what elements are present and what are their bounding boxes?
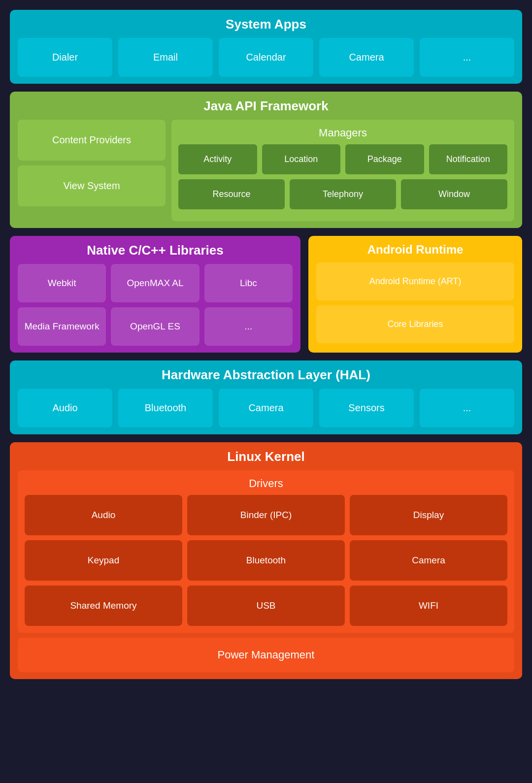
native-media-framework: Media Framework [18, 307, 106, 346]
drivers-section: Drivers Audio Binder (IPC) Display Keypa… [18, 470, 514, 633]
java-api-title: Java API Framework [18, 98, 514, 114]
manager-telephony: Telephony [290, 179, 396, 209]
app-dialer: Dialer [18, 38, 112, 77]
linux-kernel-layer: Linux Kernel Drivers Audio Binder (IPC) … [10, 442, 522, 679]
native-more: ... [204, 307, 293, 346]
drivers-title: Drivers [25, 477, 507, 490]
driver-bluetooth: Bluetooth [187, 540, 345, 581]
system-apps-title: System Apps [18, 17, 514, 32]
system-apps-layer: System Apps Dialer Email Calendar Camera… [10, 10, 522, 84]
power-management-box: Power Management [18, 638, 514, 672]
app-camera: Camera [319, 38, 414, 77]
manager-resource: Resource [178, 179, 285, 209]
managers-title: Managers [178, 127, 507, 139]
hal-grid: Audio Bluetooth Camera Sensors ... [18, 389, 514, 427]
system-apps-grid: Dialer Email Calendar Camera ... [18, 38, 514, 77]
java-api-layer: Java API Framework Content Providers Vie… [10, 92, 522, 228]
native-libs-title: Native C/C++ Libraries [18, 243, 293, 258]
linux-kernel-title: Linux Kernel [18, 449, 514, 464]
driver-usb: USB [187, 586, 345, 626]
app-calendar: Calendar [219, 38, 313, 77]
manager-activity: Activity [178, 144, 257, 174]
driver-audio: Audio [25, 495, 182, 535]
managers-row-2: Resource Telephony Window [178, 179, 507, 209]
native-runtime-row: Native C/C++ Libraries Webkit OpenMAX AL… [10, 236, 522, 353]
native-opengl: OpenGL ES [111, 307, 199, 346]
driver-keypad: Keypad [25, 540, 182, 581]
managers-section: Managers Activity Location Package Notif… [171, 120, 514, 221]
java-api-inner: Content Providers View System Managers A… [18, 120, 514, 221]
hal-bluetooth: Bluetooth [118, 389, 213, 427]
content-providers-box: Content Providers [18, 120, 166, 161]
java-api-left: Content Providers View System [18, 120, 166, 221]
hal-more: ... [420, 389, 514, 427]
hal-title: Hardware Abstraction Layer (HAL) [18, 367, 514, 383]
drivers-grid: Audio Binder (IPC) Display Keypad Blueto… [25, 495, 507, 626]
driver-binder-ipc: Binder (IPC) [187, 495, 345, 535]
managers-row-1: Activity Location Package Notification [178, 144, 507, 174]
driver-camera: Camera [350, 540, 507, 581]
manager-notification: Notification [429, 144, 508, 174]
manager-package: Package [345, 144, 424, 174]
hal-camera: Camera [219, 389, 313, 427]
runtime-core-libs: Core Libraries [316, 305, 514, 343]
android-runtime-title: Android Runtime [316, 243, 514, 257]
native-webkit: Webkit [18, 264, 106, 302]
runtime-art: Android Runtime (ART) [316, 262, 514, 300]
manager-window: Window [401, 179, 507, 209]
android-runtime-layer: Android Runtime Android Runtime (ART) Co… [308, 236, 522, 353]
view-system-box: View System [18, 165, 166, 206]
manager-location: Location [262, 144, 341, 174]
native-grid: Webkit OpenMAX AL Libc Media Framework O… [18, 264, 293, 346]
app-email: Email [118, 38, 213, 77]
hal-sensors: Sensors [319, 389, 414, 427]
driver-wifi: WIFI [350, 586, 507, 626]
runtime-grid: Android Runtime (ART) Core Libraries [316, 262, 514, 343]
driver-display: Display [350, 495, 507, 535]
hal-layer: Hardware Abstraction Layer (HAL) Audio B… [10, 360, 522, 434]
native-openmax: OpenMAX AL [111, 264, 199, 302]
app-more: ... [420, 38, 514, 77]
native-libs-layer: Native C/C++ Libraries Webkit OpenMAX AL… [10, 236, 300, 353]
hal-audio: Audio [18, 389, 112, 427]
driver-shared-memory: Shared Memory [25, 586, 182, 626]
native-libc: Libc [204, 264, 293, 302]
